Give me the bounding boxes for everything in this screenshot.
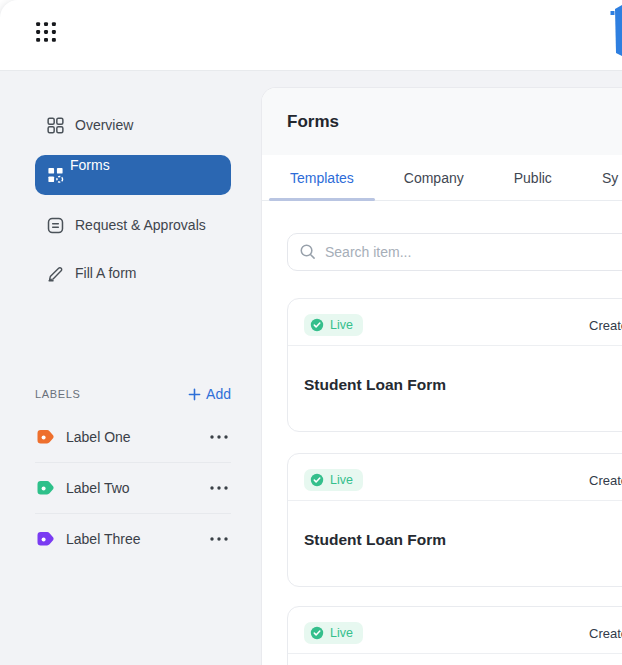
app-window: Overview Forms Request & <box>0 0 622 665</box>
label-options-icon[interactable] <box>207 532 231 546</box>
label-row-two[interactable]: Label Two <box>35 463 231 514</box>
form-card[interactable]: Live Create <box>287 606 622 665</box>
check-circle-icon <box>310 626 324 640</box>
top-bar <box>0 0 622 71</box>
grid-9-dots-icon <box>35 21 57 43</box>
card-title: Student Loan Form <box>304 376 622 394</box>
label-name: Label One <box>66 429 207 445</box>
card-title: Student Loan Form <box>304 531 622 549</box>
labels-title: LABELS <box>35 388 81 400</box>
form-card[interactable]: Live Create Student Loan Form <box>287 453 622 587</box>
sidebar-item-requests[interactable]: Request & Approvals <box>35 207 231 243</box>
grid-filled-icon <box>47 167 64 184</box>
card-divider <box>288 653 622 654</box>
card-meta-text: Create <box>589 318 622 333</box>
status-badge: Live <box>304 469 363 491</box>
check-circle-icon <box>310 318 324 332</box>
panel-content: Live Create Student Loan Form Live <box>262 201 622 665</box>
labels-section-header: LABELS Add <box>35 383 231 405</box>
panel-header: Forms <box>262 88 622 155</box>
pencil-icon <box>47 265 64 282</box>
document-lines-icon <box>47 217 64 234</box>
label-options-icon[interactable] <box>207 481 231 495</box>
card-header: Live Create <box>288 299 622 336</box>
card-divider <box>288 500 622 501</box>
form-card[interactable]: Live Create Student Loan Form <box>287 298 622 432</box>
tab-templates[interactable]: Templates <box>269 155 375 200</box>
label-row-one[interactable]: Label One <box>35 412 231 463</box>
card-meta-text: Create <box>589 473 622 488</box>
sidebar-item-label: Request & Approvals <box>75 217 206 233</box>
search-icon <box>299 243 316 264</box>
card-header: Live Create <box>288 607 622 644</box>
tag-icon <box>35 530 56 549</box>
sidebar-item-label: Forms <box>70 157 110 173</box>
tag-icon <box>35 428 56 447</box>
grid-outline-icon <box>47 117 64 134</box>
status-badge: Live <box>304 314 363 336</box>
card-meta-text: Create <box>589 626 622 641</box>
status-badge-text: Live <box>330 318 353 332</box>
status-badge-text: Live <box>330 626 353 640</box>
sidebar: Overview Forms Request & <box>35 71 231 564</box>
status-badge-text: Live <box>330 473 353 487</box>
page-title: Forms <box>287 112 339 132</box>
label-options-icon[interactable] <box>207 430 231 444</box>
card-header: Live Create <box>288 454 622 491</box>
sidebar-item-label: Overview <box>75 117 133 133</box>
label-name: Label Two <box>66 480 207 496</box>
search-input[interactable] <box>287 233 622 271</box>
add-label-button[interactable]: Add <box>188 386 231 402</box>
add-label-text: Add <box>206 386 231 402</box>
tab-public[interactable]: Public <box>493 155 573 200</box>
sidebar-item-forms[interactable]: Forms <box>35 155 231 195</box>
sidebar-item-label: Fill A form <box>75 265 136 281</box>
tag-icon <box>35 479 56 498</box>
card-divider <box>288 345 622 346</box>
apps-grid-icon[interactable] <box>33 19 59 45</box>
label-name: Label Three <box>66 531 207 547</box>
tab-bar: Templates Company Public Sy <box>262 155 622 201</box>
sidebar-item-fill-a-form[interactable]: Fill A form <box>35 255 231 291</box>
sidebar-item-overview[interactable]: Overview <box>35 107 231 143</box>
brand-logo-icon <box>610 4 622 58</box>
tab-company[interactable]: Company <box>383 155 485 200</box>
status-badge: Live <box>304 622 363 644</box>
search-box <box>287 233 622 271</box>
label-row-three[interactable]: Label Three <box>35 514 231 564</box>
tab-system[interactable]: Sy <box>581 155 622 200</box>
plus-icon <box>188 388 201 401</box>
check-circle-icon <box>310 473 324 487</box>
main-panel: Forms Templates Company Public Sy <box>262 88 622 665</box>
